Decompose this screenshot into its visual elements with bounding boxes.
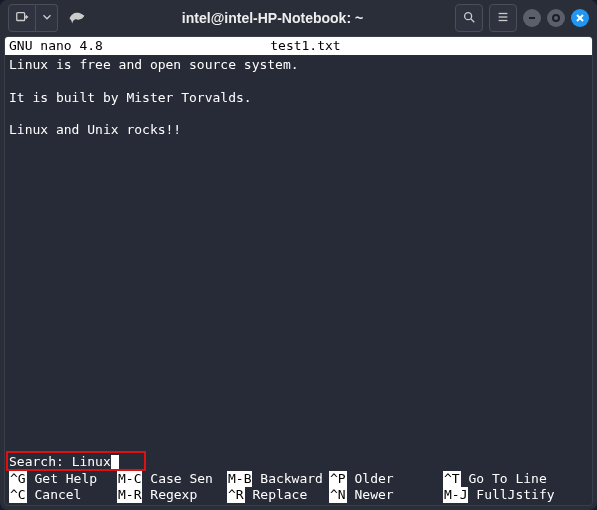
maximize-icon — [551, 10, 561, 26]
help-shortcut: ^P Older — [329, 471, 443, 487]
shortcut-key: M-J — [443, 487, 468, 503]
shortcut-desc: FullJstify — [468, 487, 554, 503]
text-cursor — [111, 455, 119, 469]
shortcut-desc: Go To Line — [461, 471, 547, 487]
maximize-button[interactable] — [547, 9, 565, 27]
search-button[interactable] — [455, 4, 483, 32]
minimize-button[interactable] — [523, 9, 541, 27]
help-shortcut: ^R Replace — [227, 487, 329, 503]
nano-filename: test1.txt — [103, 38, 588, 54]
shortcut-key: M-B — [227, 471, 252, 487]
new-tab-button[interactable] — [8, 4, 36, 32]
shortcut-key: ^G — [9, 471, 27, 487]
svg-line-4 — [471, 18, 475, 22]
shortcut-key: M-C — [117, 471, 142, 487]
search-input[interactable]: Linux — [72, 454, 111, 469]
search-prompt-label: Search: — [9, 454, 72, 469]
shortcut-desc: Replace — [245, 487, 315, 503]
nano-version: GNU nano 4.8 — [9, 38, 103, 54]
hamburger-icon — [496, 10, 510, 27]
terminal-window: intel@intel-HP-Notebook: ~ — [0, 0, 597, 510]
shortcut-desc: Regexp — [142, 487, 212, 503]
close-button[interactable] — [571, 9, 589, 27]
menu-button[interactable] — [489, 4, 517, 32]
svg-point-3 — [465, 12, 472, 19]
kali-logo — [64, 5, 90, 31]
help-shortcut: ^C Cancel — [9, 487, 117, 503]
shortcut-key: ^T — [443, 471, 461, 487]
help-shortcut: ^T Go To Line — [443, 471, 547, 487]
terminal-area[interactable]: GNU nano 4.8 test1.txt Linux is free and… — [4, 36, 593, 506]
shortcut-key: ^C — [9, 487, 27, 503]
shortcut-desc: Get Help — [27, 471, 105, 487]
shortcut-desc: Older — [347, 471, 425, 487]
shortcut-desc: Backward — [252, 471, 322, 487]
chevron-down-icon — [40, 10, 54, 27]
svg-rect-0 — [17, 12, 25, 20]
shortcut-desc: Newer — [347, 487, 425, 503]
help-shortcut: ^N Newer — [329, 487, 443, 503]
kali-dragon-icon — [67, 7, 87, 30]
new-tab-dropdown[interactable] — [36, 4, 58, 32]
help-shortcut: M-C Case Sen — [117, 471, 227, 487]
shortcut-key: ^R — [227, 487, 245, 503]
minimize-icon — [527, 10, 537, 26]
titlebar-right — [455, 4, 589, 32]
editor-content[interactable]: Linux is free and open source system. It… — [5, 55, 592, 454]
window-title: intel@intel-HP-Notebook: ~ — [96, 10, 449, 26]
svg-point-9 — [553, 15, 559, 21]
shortcut-key: ^N — [329, 487, 347, 503]
titlebar: intel@intel-HP-Notebook: ~ — [0, 0, 597, 36]
help-shortcut: M-B Backward — [227, 471, 329, 487]
shortcut-key: M-R — [117, 487, 142, 503]
help-row-2: ^C Cancel M-R Regexp ^R Replace ^N Newer… — [9, 487, 588, 503]
nano-help-bar: ^G Get Help M-C Case SenM-B Backward^P O… — [5, 471, 592, 506]
close-icon — [575, 10, 585, 26]
shortcut-key: ^P — [329, 471, 347, 487]
help-shortcut: M-R Regexp — [117, 487, 227, 503]
new-tab-icon — [15, 10, 29, 27]
help-shortcut: ^G Get Help — [9, 471, 117, 487]
search-prompt-row[interactable]: Search: Linux — [5, 454, 592, 470]
search-icon — [462, 10, 476, 27]
help-shortcut: M-J FullJstify — [443, 487, 555, 503]
shortcut-desc: Case Sen — [142, 471, 212, 487]
nano-header: GNU nano 4.8 test1.txt — [5, 37, 592, 55]
help-row-1: ^G Get Help M-C Case SenM-B Backward^P O… — [9, 471, 588, 487]
titlebar-left — [8, 4, 90, 32]
shortcut-desc: Cancel — [27, 487, 105, 503]
